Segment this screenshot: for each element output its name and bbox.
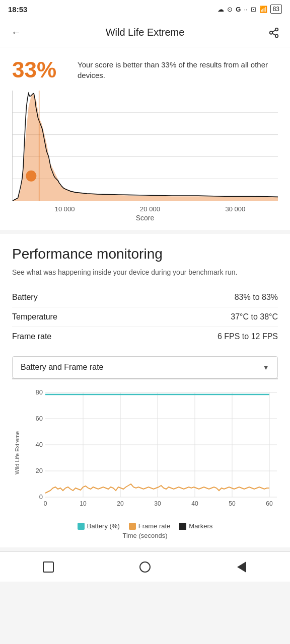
performance-description: See what was happening inside your devic… (12, 267, 278, 278)
svg-text:30: 30 (154, 500, 161, 507)
wifi-icon: 📶 (259, 6, 267, 13)
svg-text:40: 40 (36, 441, 43, 448)
svg-text:50: 50 (229, 500, 236, 507)
metric-label-temperature: Temperature (12, 312, 57, 321)
status-icons: ☁ ⊙ G ·· ⊡ 📶 83 (218, 5, 282, 14)
y-axis-label: Wild Life Extreme (12, 387, 24, 518)
metric-label-framerate: Frame rate (12, 332, 51, 341)
svg-text:20: 20 (117, 500, 124, 507)
markers-legend-color (179, 523, 186, 530)
svg-text:40: 40 (191, 500, 198, 507)
nav-recents-button[interactable] (36, 555, 60, 579)
svg-text:60: 60 (36, 415, 43, 422)
chart-x-labels: 10 000 20 000 30 000 (12, 203, 278, 213)
x-axis-title: Time (seconds) (12, 532, 278, 539)
vpn-icon: ⊙ (227, 6, 233, 13)
chart-label-30k: 30 000 (225, 205, 245, 213)
battery-icon: 83 (270, 5, 282, 14)
metric-value-temperature: 37°C to 38°C (231, 312, 278, 321)
back-icon (237, 561, 246, 573)
svg-line-4 (272, 30, 275, 32)
chart-label-10k: 10 000 (55, 205, 75, 213)
share-button[interactable] (266, 25, 282, 41)
home-icon (139, 561, 151, 573)
metric-value-framerate: 6 FPS to 12 FPS (218, 332, 278, 341)
page-title: Wild Life Extreme (24, 27, 266, 38)
svg-text:80: 80 (36, 388, 43, 396)
metric-row-temperature: Temperature 37°C to 38°C (12, 307, 278, 327)
performance-chart: 80 60 40 20 0 0 10 20 30 40 50 60 (24, 387, 278, 518)
markers-legend-label: Markers (189, 522, 212, 530)
more-icon: ·· (244, 6, 247, 13)
svg-text:0: 0 (44, 500, 47, 507)
metric-row-framerate: Frame rate 6 FPS to 12 FPS (12, 327, 278, 346)
svg-text:10: 10 (80, 500, 87, 507)
performance-chart-container: Wild Life Extreme (12, 387, 278, 518)
metric-row-battery: Battery 83% to 83% (12, 288, 278, 307)
g-icon: G (236, 6, 241, 13)
legend-framerate: Frame rate (129, 522, 171, 530)
cloud-icon: ☁ (218, 6, 224, 13)
nav-back-button[interactable] (230, 555, 254, 579)
chart-score-text: Score (12, 214, 278, 222)
score-section: 33% Your score is better than 33% of the… (0, 47, 290, 230)
battery-legend-color (78, 523, 85, 530)
nav-home-button[interactable] (133, 555, 157, 579)
framerate-legend-label: Frame rate (138, 522, 171, 530)
svg-line-3 (272, 33, 275, 35)
performance-section: Performance monitoring See what was happ… (0, 234, 290, 547)
performance-chart-wrapper: Wild Life Extreme (12, 387, 278, 539)
score-distribution-chart (12, 91, 278, 201)
status-time: 18:53 (8, 5, 27, 14)
metric-value-battery: 83% to 83% (235, 293, 278, 302)
metric-label-battery: Battery (12, 293, 38, 302)
back-button[interactable]: ← (8, 25, 24, 41)
svg-text:20: 20 (36, 467, 43, 474)
performance-title: Performance monitoring (12, 246, 278, 262)
chart-type-dropdown[interactable]: Battery and Frame rate ▼ (12, 356, 278, 378)
legend-battery: Battery (%) (78, 522, 120, 530)
dropdown-label: Battery and Frame rate (21, 363, 104, 372)
battery-legend-label: Battery (%) (87, 522, 120, 530)
svg-text:0: 0 (39, 493, 43, 501)
nav-bar (0, 551, 290, 582)
screenshot-icon: ⊡ (251, 6, 256, 13)
status-bar: 18:53 ☁ ⊙ G ·· ⊡ 📶 83 (0, 0, 290, 18)
recents-icon (43, 561, 54, 573)
score-percent: 33% (12, 57, 67, 83)
svg-text:60: 60 (266, 500, 273, 507)
score-row: 33% Your score is better than 33% of the… (12, 57, 278, 83)
svg-marker-9 (13, 93, 278, 201)
separator (12, 378, 278, 379)
score-description: Your score is better than 33% of the res… (78, 59, 278, 80)
chevron-down-icon: ▼ (262, 363, 269, 371)
metrics-table: Battery 83% to 83% Temperature 37°C to 3… (12, 288, 278, 346)
top-bar: ← Wild Life Extreme (0, 18, 290, 47)
chart-legend: Battery (%) Frame rate Markers (12, 522, 278, 530)
framerate-legend-color (129, 523, 136, 530)
chart-label-20k: 20 000 (140, 205, 160, 213)
legend-markers: Markers (179, 522, 212, 530)
svg-point-10 (26, 171, 36, 182)
